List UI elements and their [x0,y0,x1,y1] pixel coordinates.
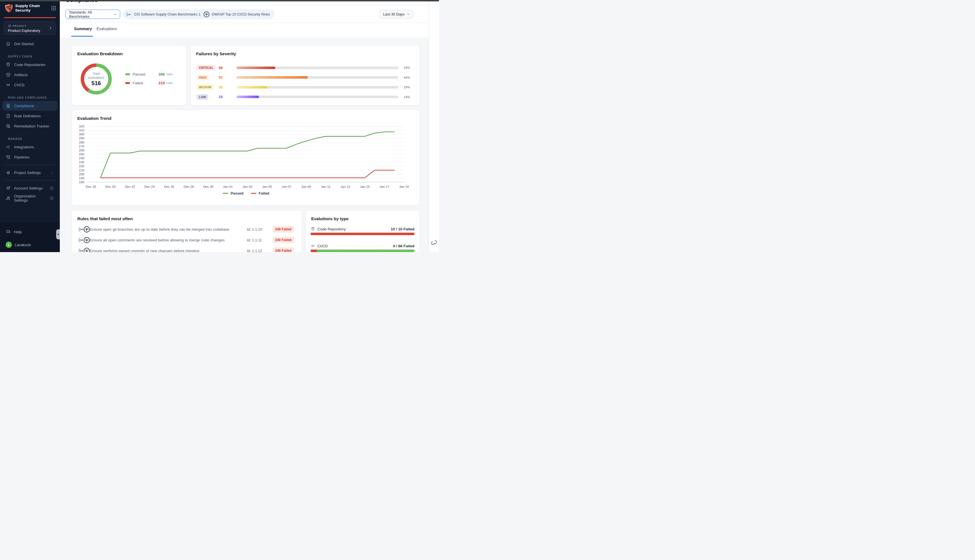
sidebar-item-label: Pipelines [14,155,30,159]
sidebar-item-remediation-tracker[interactable]: Remediation Tracker [3,121,57,131]
severity-bar-track [236,76,398,79]
rule-failed-badge: 240 Failed [272,237,294,243]
trend-x-tick: Dec 18 [86,185,96,188]
project-selector[interactable]: PROJECT Product Exploratory [4,22,56,35]
trend-x-tick: Jan 11 [321,185,331,188]
rules-failed-card: Rules that failed most often CISEnsure o… [72,210,302,252]
tab-summary[interactable]: Summary [74,27,92,31]
filter-chip-owasp-label: OWASP Top 10 CI/CD Security Risks [212,12,270,17]
failed-unit: rules [166,81,173,85]
rule-standard-icons: CIS [78,247,90,252]
user-menu[interactable]: L Lavakush [0,240,60,249]
infinity-icon [6,82,11,87]
sidebar-item-ci-cd[interactable]: CI/CD [3,80,57,90]
info-icon[interactable] [50,196,54,200]
infinity-icon [6,82,11,87]
standards-select[interactable]: Standards: All Benchmarks [65,10,120,19]
box-wrench-icon [6,123,11,128]
failed-segment [311,250,317,252]
sidebar-item-project-settings[interactable]: Project Settings [3,168,57,177]
clipboard-check-icon [6,113,11,118]
filter-chip-cis[interactable]: CIS CIS Software Supply Chain Benchmarks… [123,10,207,19]
cube-icon [8,24,11,28]
sidebar-collapse-handle[interactable]: ◀ [56,229,60,239]
severity-percent: 24% [404,66,410,69]
info-icon [50,186,54,190]
repository-icon [311,227,315,231]
trend-y-tick: 190 [79,177,84,180]
total-evaluations-value: 516 [92,80,101,87]
trend-y-tick: 290 [79,137,84,140]
chevron-right-icon[interactable] [50,171,54,175]
date-range-select[interactable]: Last 30 Days [379,10,413,18]
sidebar-item-code-repositories[interactable]: Code Repositories [3,60,57,69]
sidebar-item-organization-settings[interactable]: Organization Settings [3,193,57,203]
rule-row[interactable]: CISEnsure verifying signed commits of ne… [72,245,302,252]
integrations-icon [6,144,11,150]
project-label: PROJECT [13,25,27,27]
legend-line-swatch [251,193,256,194]
sidebar-item-rule-definitions[interactable]: Rule Definitions [3,111,57,121]
app-title: Supply Chain Security [15,4,47,13]
tab-evaluations[interactable]: Evaluations [97,27,117,31]
sidebar-divider [4,165,56,165]
svg-text:CIS: CIS [80,239,83,241]
clipboard-check-icon [6,113,11,118]
rule-row[interactable]: CISEnsure open git branches are up to da… [72,224,302,235]
type-row-code-repository[interactable]: Code Repository10 / 10 Failed [306,222,420,238]
sidebar-item-artifacts[interactable]: Artifacts [3,70,57,80]
rule-row[interactable]: CISEnsure all open comments are resolved… [72,235,302,245]
severity-row-critical: CRITICAL5024% [191,63,420,73]
rule-text: Ensure open git branches are up to date … [90,227,247,232]
sidebar-item-get-started[interactable]: Get Started [3,39,57,48]
pipelines-icon [6,155,11,160]
user-name: Lavakush [15,243,31,247]
type-label: CI/CD [317,244,328,248]
home-icon [6,41,11,46]
severity-count: 92 [219,75,236,80]
gear-icon [6,170,11,175]
artifacts-box-icon [6,72,11,77]
sidebar-item-label: CI/CD [14,83,25,87]
failed-label: Failed [133,81,155,85]
sidebar-footer: ? Help L Lavakush [0,223,60,252]
trend-y-tick: 260 [79,148,84,152]
repository-icon [6,62,11,67]
type-progress-bar [311,233,414,235]
breakdown-legend: Passed 306 rules Failed 210 rules [125,71,182,89]
rule-id: Id: 1.1.12 [247,249,272,252]
sidebar-item-account-settings[interactable]: Account Settings [3,183,57,193]
trend-y-tick: 270 [79,145,84,148]
trend-x-tick: Dec 20 [105,185,115,188]
collapse-arrow-icon: ◀ [57,233,59,235]
help-button[interactable]: ? Help [0,228,60,236]
rules-failed-title: Rules that failed most often [77,216,133,221]
trend-x-tick: Dec 26 [164,185,174,188]
trend-x-tick: Dec 28 [184,185,194,188]
severity-badge: LOW [197,94,208,100]
sidebar-item-integrations[interactable]: Integrations [3,142,57,152]
severity-bar-fill [236,67,275,69]
main-area: Compliance Standards: All Benchmarks CIS… [60,0,439,252]
severity-count: 29 [219,95,236,99]
date-range-value: Last 30 Days [383,12,404,17]
trend-x-tick: Jan 09 [301,185,311,188]
feedback-chat-icon[interactable] [431,239,437,246]
apps-grid-icon[interactable] [51,5,57,11]
standards-select-value: Standards: All Benchmarks [69,10,113,18]
sidebar-item-pipelines[interactable]: Pipelines [3,152,57,162]
svg-text:?: ? [7,230,8,232]
pipelines-icon [6,155,11,160]
sidebar-section-risk-and-compliance: RISK AND COMPLIANCE [0,92,60,100]
legend-label: Failed [259,191,269,195]
info-icon[interactable] [50,186,54,190]
evaluations-by-type-card: Evalutions by type Code Repository10 / 1… [306,210,420,252]
project-name: Product Exploratory [8,28,40,33]
severity-row-high: HIGH9244% [191,73,420,83]
sidebar-item-compliance[interactable]: Compliance [3,101,57,110]
filter-chip-owasp[interactable]: OWASP Top 10 CI/CD Security Risks [201,10,274,19]
type-row-ci-cd[interactable]: CI/CD4 / 66 Failed [306,238,420,252]
home-icon [6,41,11,46]
type-failed-status: 10 / 10 Failed [391,227,414,231]
trend-x-tick: Jan 17 [379,185,389,188]
